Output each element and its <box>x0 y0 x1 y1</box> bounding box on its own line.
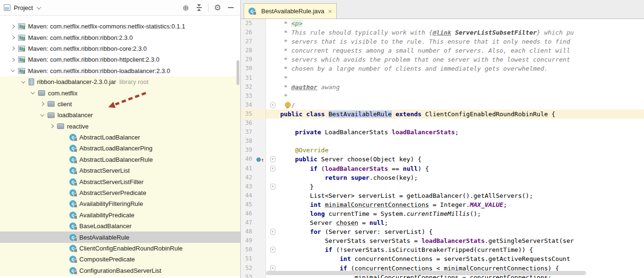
tree-item-maven-com-netflix-ribbon-ribbon-httpclient-2-3-0[interactable]: Maven: com.netflix.ribbon:ribbon-httpcli… <box>0 54 240 65</box>
class-icon: c <box>69 212 76 219</box>
tree-item-loadbalancer[interactable]: loadbalancer <box>0 110 240 120</box>
code-line-40[interactable]: 40∨ public Server choose(Object key) { <box>241 155 644 164</box>
tree-item-abstractserverlist[interactable]: cAbstractServerList <box>0 165 240 176</box>
fold-open-icon[interactable]: ∨ <box>270 247 275 253</box>
code-line-43[interactable]: 43∧ } <box>241 182 644 191</box>
line-number: 50 <box>241 245 255 254</box>
tree-item-maven-com-netflix-netflix-commons-netflix-statistics-0-1-1[interactable]: Maven: com.netflix.netflix-commons:netfl… <box>0 21 240 32</box>
close-icon[interactable]: × <box>328 8 332 15</box>
tree-item-abstractserverlistfilter[interactable]: cAbstractServerListFilter <box>0 176 240 187</box>
tree-item-bestavailablerule[interactable]: cBestAvailableRule <box>0 232 240 242</box>
code-line-46[interactable]: 46 long currentTime = System.currentTime… <box>241 209 644 218</box>
tree-item-compositepredicate[interactable]: cCompositePredicate <box>0 254 240 265</box>
chevron-expanded-icon[interactable] <box>41 114 47 117</box>
gutter-cell <box>255 264 266 273</box>
chevron-expanded-icon[interactable] <box>31 92 38 94</box>
tree-item-abstractloadbalancer[interactable]: cAbstractLoadBalancer <box>0 132 240 143</box>
code-editor[interactable]: 25 * <p>26 * This rule should typically … <box>241 19 644 278</box>
line-number: 39 <box>241 146 255 155</box>
chevron-collapsed-icon[interactable] <box>41 102 47 105</box>
code-line-41[interactable]: 41∨ if (loadBalancerStats == null) { <box>241 164 644 173</box>
chevron-collapsed-icon[interactable] <box>50 125 57 128</box>
tree-item-maven-com-netflix-ribbon-ribbon-core-2-3-0[interactable]: Maven: com.netflix.ribbon:ribbon-core:2.… <box>0 43 240 54</box>
code-line-51[interactable]: 51 int concurrentConnections = serverSta… <box>241 254 644 263</box>
class-icon: c <box>69 222 76 230</box>
gear-icon[interactable]: ⚙ <box>212 2 223 13</box>
code-line-44[interactable]: 44 List<Server> serverList = getLoadBala… <box>241 191 644 200</box>
intention-bulb-icon[interactable] <box>285 102 290 108</box>
code-line-27[interactable]: 27 * servers that is visible to the rule… <box>241 37 644 46</box>
tree-item-label: ClientConfigEnabledRoundRobinRule <box>79 245 183 252</box>
code-line-37[interactable]: 37 private LoadBalancerStats loadBalance… <box>241 128 644 137</box>
code-line-36[interactable]: 36 <box>241 119 644 128</box>
code-line-26[interactable]: 26 * This rule should typically work wit… <box>241 28 644 37</box>
code-line-33[interactable]: 33 * <box>241 92 644 101</box>
tree-item-label: com.netflix <box>48 90 77 97</box>
chevron-collapsed-icon[interactable] <box>11 36 18 39</box>
code-line-45[interactable]: 45 int minimalConcurrentConnections = In… <box>241 200 644 209</box>
tree-item-label: reactive <box>67 123 89 130</box>
tree-item-label: ConfigurationBasedServerList <box>79 267 161 274</box>
code-text: * <box>279 92 644 101</box>
chevron-collapsed-icon[interactable] <box>11 47 18 50</box>
tree-item-clientconfigenabledroundrobinrule[interactable]: cClientConfigEnabledRoundRobinRule <box>0 243 240 254</box>
chevron-expanded-icon[interactable] <box>22 81 28 83</box>
code-line-30[interactable]: 30 * chosen by a large number of clients… <box>241 64 644 73</box>
horizontal-scrollbar[interactable] <box>266 271 586 275</box>
code-line-35[interactable]: 35public class BestAvailableRule extends… <box>241 110 644 119</box>
tree-item-com-netflix[interactable]: com.netflix <box>0 87 240 98</box>
tree-item-reactive[interactable]: reactive <box>0 121 240 132</box>
chevron-expanded-icon[interactable] <box>11 69 18 72</box>
minimize-icon[interactable] <box>225 2 237 13</box>
code-line-25[interactable]: 25 * <p> <box>241 19 644 28</box>
class-icon: c <box>248 8 256 15</box>
fold-open-icon[interactable]: ∨ <box>270 156 275 162</box>
class-icon: c <box>69 156 76 163</box>
tree-item-abstractloadbalancerping[interactable]: cAbstractLoadBalancerPing <box>0 143 240 154</box>
code-line-42[interactable]: 42 return super.choose(key); <box>241 173 644 182</box>
fold-column <box>266 218 279 227</box>
tree-item-baseloadbalancer[interactable]: cBaseLoadBalancer <box>0 221 240 232</box>
tree-item-abstractloadbalancerrule[interactable]: cAbstractLoadBalancerRule <box>0 154 240 165</box>
code-line-48[interactable]: 48∨ for (Server server: serverList) { <box>241 227 644 236</box>
tree-item-label: client <box>57 101 72 108</box>
fold-close-icon[interactable]: ∧ <box>270 184 275 190</box>
code-line-50[interactable]: 50∨ if (!serverStats.isCircuitBreakerTri… <box>241 245 644 254</box>
overriding-method-icon[interactable] <box>255 155 266 164</box>
tree-item-client[interactable]: client <box>0 99 240 110</box>
tree-item-maven-com-netflix-ribbon-ribbon-loadbalancer-2-3-0[interactable]: Maven: com.netflix.ribbon:ribbon-loadbal… <box>0 65 240 76</box>
code-line-39[interactable]: 39 @Override <box>241 146 644 155</box>
fold-column: ∨ <box>266 155 279 164</box>
fold-column <box>266 64 279 73</box>
code-line-29[interactable]: 29 * servers which avoids the problem th… <box>241 55 644 64</box>
fold-column <box>266 191 279 200</box>
code-line-38[interactable]: 38 <box>241 137 644 146</box>
code-line-28[interactable]: 28 * concurrent requests among a small n… <box>241 46 644 55</box>
tree-item-configurationbasedserverlist[interactable]: cConfigurationBasedServerList <box>0 265 240 276</box>
gutter-cell <box>255 173 266 182</box>
tree-item-ribbon-loadbalancer-2-3-0-jar[interactable]: ribbon-loadbalancer-2.3.0.jarlibrary roo… <box>0 76 240 87</box>
fold-close-icon[interactable]: ∧ <box>270 102 275 108</box>
code-line-32[interactable]: 32 * @author awang <box>241 83 644 92</box>
line-number: 36 <box>241 119 255 128</box>
locate-icon[interactable]: ⊕ <box>180 2 191 13</box>
code-line-49[interactable]: 49 ServerStats serverStats = loadBalance… <box>241 236 644 245</box>
collapse-all-icon[interactable] <box>193 2 205 13</box>
project-scrollbar[interactable] <box>237 60 239 85</box>
tree-item-abstractserverpredicate[interactable]: cAbstractServerPredicate <box>0 187 240 198</box>
code-line-47[interactable]: 47 Server chosen = null; <box>241 218 644 227</box>
tree-item-label: Maven: com.netflix.ribbon:ribbon:2.3.0 <box>28 34 133 41</box>
fold-open-icon[interactable]: ∨ <box>270 166 275 172</box>
tree-item-availabilityfilteringrule[interactable]: cAvailabilityFilteringRule <box>0 198 240 209</box>
gutter-cell <box>255 119 266 128</box>
chevron-down-icon[interactable] <box>37 5 41 9</box>
fold-open-icon[interactable]: ∨ <box>270 229 275 235</box>
tree-item-availabilitypredicate[interactable]: cAvailabilityPredicate <box>0 210 240 221</box>
tree-item-maven-com-netflix-ribbon-ribbon-2-3-0[interactable]: Maven: com.netflix.ribbon:ribbon:2.3.0 <box>0 32 240 43</box>
chevron-collapsed-icon[interactable] <box>11 25 18 28</box>
chevron-collapsed-icon[interactable] <box>11 58 18 61</box>
tab-bestavailablerule-java[interactable]: c BestAvailableRule.java × <box>244 3 337 19</box>
fold-open-icon[interactable]: ∨ <box>270 265 275 271</box>
code-line-31[interactable]: 31 * <box>241 74 644 83</box>
code-line-34[interactable]: 34∧ / <box>241 101 644 110</box>
